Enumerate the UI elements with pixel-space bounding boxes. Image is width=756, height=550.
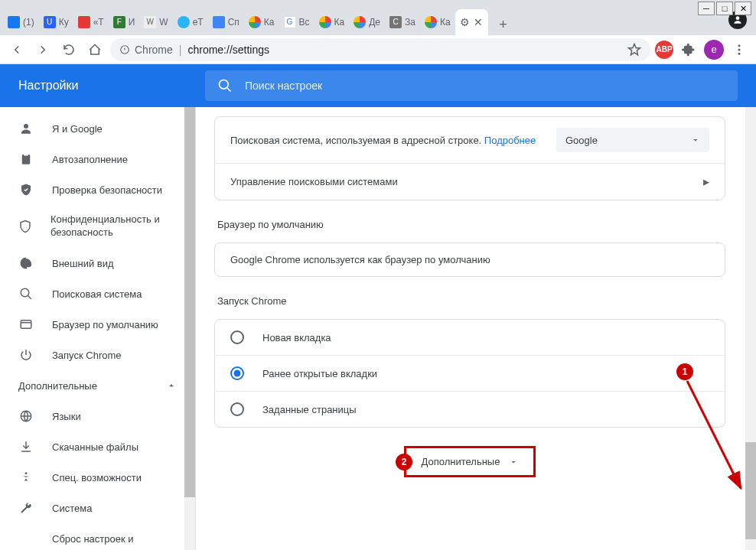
browser-tab[interactable]: СЗа	[385, 9, 420, 35]
site-info-icon[interactable]: Chrome	[119, 44, 173, 56]
search-engine-select[interactable]: Google	[556, 128, 709, 152]
sidebar-item-privacy[interactable]: Конфиденциальность и безопасность	[0, 205, 195, 248]
default-browser-row: Google Chrome используется как браузер п…	[215, 243, 725, 276]
sidebar-item-languages[interactable]: Языки	[0, 401, 195, 431]
sidebar-item-system[interactable]: Система	[0, 493, 195, 523]
svg-point-2	[738, 44, 741, 47]
browser-tab[interactable]: GВс	[279, 9, 314, 35]
bookmark-star-icon[interactable]	[627, 43, 641, 57]
sidebar-item-label: Конфиденциальность и безопасность	[51, 213, 177, 239]
maximize-button[interactable]: □	[716, 2, 733, 15]
favicon-icon: F	[113, 16, 125, 28]
extensions-icon[interactable]	[678, 39, 699, 60]
svg-rect-10	[21, 321, 31, 329]
sidebar-scrollbar[interactable]	[184, 107, 195, 550]
new-tab-button[interactable]: +	[493, 14, 514, 35]
browser-tab[interactable]: eT	[173, 9, 208, 35]
omnibox-url: chrome://settings	[187, 44, 269, 56]
forward-button[interactable]	[32, 39, 54, 60]
svg-point-12	[25, 472, 28, 474]
tab-label: Ку	[59, 17, 69, 28]
favicon-icon	[178, 16, 190, 28]
sidebar-item-label: Автозаполнение	[52, 154, 128, 165]
browser-tab[interactable]: Ка	[244, 9, 279, 35]
sidebar-item-accessibility[interactable]: Спец. возможности	[0, 462, 195, 493]
back-button[interactable]	[6, 39, 28, 60]
browser-tab-active[interactable]: ⚙ ✕	[455, 9, 488, 35]
sidebar-item-reset[interactable]: Сброс настроек и	[0, 523, 195, 550]
browser-tab[interactable]: Сп	[208, 9, 244, 35]
palette-icon	[18, 255, 34, 271]
startup-card: Новая вкладка Ранее открытые вкладки Зад…	[214, 319, 725, 428]
settings-search[interactable]	[205, 70, 738, 101]
manage-search-engines-row[interactable]: Управление поисковыми системами ▸	[215, 163, 725, 200]
favicon-icon: G	[284, 16, 296, 28]
scrollbar-thumb[interactable]	[184, 107, 195, 497]
browser-tab[interactable]: (1)	[3, 9, 39, 35]
favicon-icon: С	[389, 16, 402, 28]
row-text: Google Chrome используется как браузер п…	[230, 254, 709, 265]
sidebar-item-appearance[interactable]: Внешний вид	[0, 248, 195, 278]
tab-label: И	[129, 17, 135, 28]
close-tab-icon[interactable]: ✕	[473, 17, 484, 28]
tab-label: (1)	[23, 17, 34, 28]
content-wrap: Поисковая система, используемая в адресн…	[196, 107, 756, 550]
sidebar-item-label: Скачанные файлы	[52, 441, 138, 453]
settings-header: Настройки	[0, 64, 756, 107]
annotation-badge-1: 1	[676, 363, 693, 380]
annotation-arrow	[681, 375, 750, 497]
browser-tab[interactable]: Ка	[314, 9, 350, 35]
settings-search-input[interactable]	[245, 80, 725, 92]
radio-icon	[230, 330, 244, 344]
sidebar-item-default-browser[interactable]: Браузер по умолчанию	[0, 309, 195, 340]
sidebar-item-label: Запуск Chrome	[52, 350, 122, 361]
tab-label: Ка	[440, 17, 451, 28]
sidebar-item-me-and-google[interactable]: Я и Google	[0, 113, 195, 144]
annotation-badge-2: 2	[396, 454, 412, 470]
browser-tab[interactable]: FИ	[109, 9, 140, 35]
omnibox[interactable]: Chrome | chrome://settings	[110, 38, 650, 61]
browser-tab[interactable]: «Т	[73, 9, 109, 35]
svg-point-3	[738, 48, 741, 50]
sidebar-item-safety-check[interactable]: Проверка безопасности	[0, 174, 195, 205]
profile-avatar[interactable]: е	[704, 40, 724, 60]
power-icon	[18, 347, 34, 363]
startup-option-specific[interactable]: Заданные страницы	[215, 391, 725, 427]
startup-option-continue[interactable]: Ранее открытые вкладки	[215, 355, 725, 391]
sidebar-item-autofill[interactable]: Автозаполнение	[0, 144, 195, 174]
browser-tab[interactable]: Ка	[420, 9, 455, 35]
browser-icon	[18, 317, 34, 332]
favicon-icon	[249, 16, 261, 28]
content: Поисковая система, используемая в адресн…	[196, 107, 756, 550]
browser-tab[interactable]: Де	[349, 9, 385, 35]
favicon-icon: W	[144, 16, 156, 28]
sidebar-item-startup[interactable]: Запуск Chrome	[0, 340, 195, 370]
favicon-icon	[319, 16, 331, 28]
startup-option-new-tab[interactable]: Новая вкладка	[215, 320, 725, 355]
sidebar-advanced-toggle[interactable]: Дополнительные	[0, 370, 195, 401]
svg-point-6	[24, 124, 28, 129]
sidebar-item-label: Внешний вид	[52, 258, 114, 269]
download-icon	[18, 439, 34, 454]
sidebar-item-label: Проверка безопасности	[52, 184, 162, 196]
advanced-button-wrap: 2 Дополнительные	[214, 446, 725, 477]
omnibox-prefix: Chrome	[135, 44, 173, 56]
sidebar-item-downloads[interactable]: Скачанные файлы	[0, 431, 195, 462]
tab-label: W	[159, 17, 168, 28]
abp-extension-icon[interactable]: ABP	[655, 41, 673, 59]
radio-label: Заданные страницы	[262, 404, 357, 415]
select-value: Google	[565, 135, 598, 146]
sidebar-item-label: Спец. возможности	[52, 472, 142, 483]
browser-tab[interactable]: WW	[139, 9, 172, 35]
home-button[interactable]	[84, 39, 106, 60]
menu-button[interactable]	[728, 39, 750, 60]
minimize-button[interactable]: ─	[698, 2, 715, 15]
close-window-button[interactable]: ✕	[735, 2, 751, 15]
reload-button[interactable]	[58, 39, 80, 60]
browser-tab[interactable]: UКу	[39, 9, 73, 35]
learn-more-link[interactable]: Подробнее	[484, 135, 536, 146]
tab-label: За	[405, 17, 415, 28]
window-controls: ─ □ ✕	[698, 2, 751, 15]
advanced-button[interactable]: Дополнительные	[404, 446, 536, 477]
sidebar-item-search-engine[interactable]: Поисковая система	[0, 278, 195, 309]
